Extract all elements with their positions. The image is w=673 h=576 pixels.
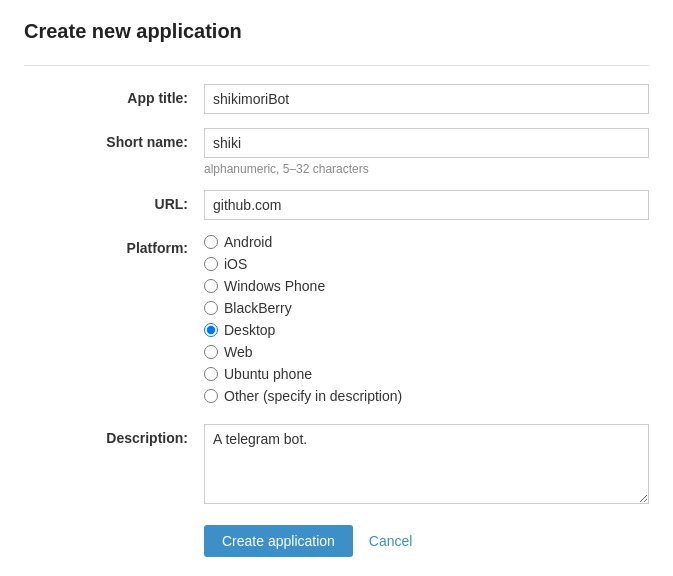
platform-radio-other[interactable] [204, 389, 218, 403]
url-control-wrap [204, 190, 649, 220]
short-name-control-wrap: alphanumeric, 5–32 characters [204, 128, 649, 176]
platform-label: Platform: [24, 234, 204, 256]
platform-label-windows_phone[interactable]: Windows Phone [224, 278, 325, 294]
page-title: Create new application [24, 20, 649, 43]
platform-label-web[interactable]: Web [224, 344, 253, 360]
short-name-label: Short name: [24, 128, 204, 150]
create-application-button[interactable]: Create application [204, 525, 353, 557]
platform-list-item: Web [204, 344, 649, 360]
platform-label-other[interactable]: Other (specify in description) [224, 388, 402, 404]
platform-control-wrap: AndroidiOSWindows PhoneBlackBerryDesktop… [204, 234, 649, 410]
app-title-input[interactable] [204, 84, 649, 114]
app-title-row: App title: [24, 84, 649, 114]
description-row: Description: A telegram bot. [24, 424, 649, 507]
platform-row: Platform: AndroidiOSWindows PhoneBlackBe… [24, 234, 649, 410]
app-title-control-wrap [204, 84, 649, 114]
platform-list-item: Other (specify in description) [204, 388, 649, 404]
platform-label-ios[interactable]: iOS [224, 256, 247, 272]
url-row: URL: [24, 190, 649, 220]
platform-radio-ios[interactable] [204, 257, 218, 271]
short-name-input[interactable] [204, 128, 649, 158]
divider [24, 65, 649, 66]
platform-list-item: iOS [204, 256, 649, 272]
platform-list-item: Windows Phone [204, 278, 649, 294]
description-textarea[interactable]: A telegram bot. [204, 424, 649, 504]
platform-list-item: Android [204, 234, 649, 250]
short-name-hint: alphanumeric, 5–32 characters [204, 162, 649, 176]
description-label: Description: [24, 424, 204, 446]
platform-list-item: BlackBerry [204, 300, 649, 316]
platform-radio-windows_phone[interactable] [204, 279, 218, 293]
url-label: URL: [24, 190, 204, 212]
platform-radio-web[interactable] [204, 345, 218, 359]
platform-list-item: Desktop [204, 322, 649, 338]
app-title-label: App title: [24, 84, 204, 106]
platform-list: AndroidiOSWindows PhoneBlackBerryDesktop… [204, 234, 649, 404]
platform-label-blackberry[interactable]: BlackBerry [224, 300, 292, 316]
platform-radio-blackberry[interactable] [204, 301, 218, 315]
url-input[interactable] [204, 190, 649, 220]
buttons-row: Create application Cancel [24, 525, 649, 557]
platform-radio-ubuntu_phone[interactable] [204, 367, 218, 381]
description-control-wrap: A telegram bot. [204, 424, 649, 507]
cancel-button[interactable]: Cancel [365, 525, 417, 557]
platform-label-ubuntu_phone[interactable]: Ubuntu phone [224, 366, 312, 382]
short-name-row: Short name: alphanumeric, 5–32 character… [24, 128, 649, 176]
platform-radio-desktop[interactable] [204, 323, 218, 337]
platform-radio-android[interactable] [204, 235, 218, 249]
platform-list-item: Ubuntu phone [204, 366, 649, 382]
platform-label-android[interactable]: Android [224, 234, 272, 250]
platform-label-desktop[interactable]: Desktop [224, 322, 275, 338]
